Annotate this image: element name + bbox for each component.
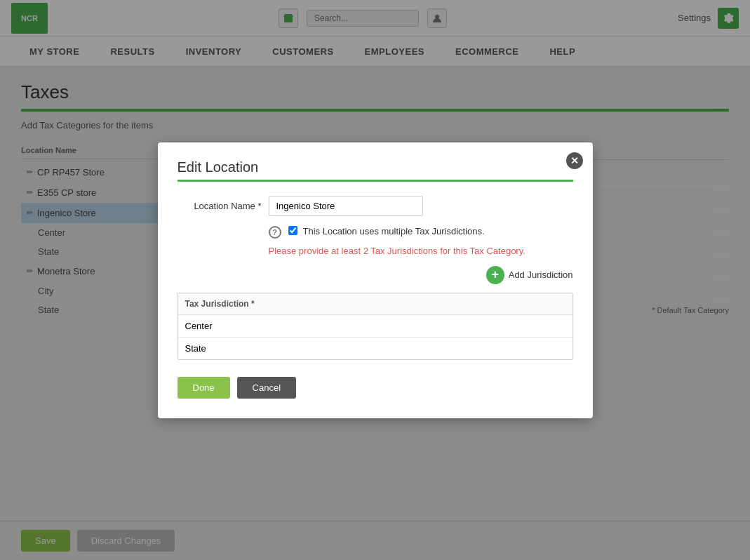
close-button[interactable]: ✕ (566, 152, 583, 169)
jurisdiction-header: Tax Jurisdiction * (178, 293, 572, 315)
edit-location-modal: ✕ Edit Location Location Name * ? This L… (158, 142, 593, 418)
jurisdiction-input-state[interactable] (178, 338, 572, 359)
info-text: Please provide at least 2 Tax Jurisdicti… (178, 246, 573, 256)
jurisdiction-input-center[interactable] (178, 315, 572, 338)
modal-footer: Done Cancel (178, 374, 573, 399)
location-name-label: Location Name * (178, 201, 262, 211)
add-circle-icon: + (486, 266, 504, 284)
add-jurisdiction-button[interactable]: + Add Jurisdiction (486, 266, 573, 284)
cancel-button[interactable]: Cancel (237, 377, 296, 399)
modal-title: Edit Location (178, 159, 573, 175)
location-name-row: Location Name * (178, 196, 573, 216)
jurisdiction-table: Tax Jurisdiction * (178, 293, 573, 360)
modal-overlay: ✕ Edit Location Location Name * ? This L… (0, 0, 750, 559)
add-jurisdiction-row: + Add Jurisdiction (178, 266, 573, 284)
help-icon: ? (269, 226, 281, 239)
add-jurisdiction-label: Add Jurisdiction (509, 269, 573, 280)
checkbox-row: ? This Location uses multiple Tax Jurisd… (178, 226, 573, 239)
location-name-input[interactable] (269, 196, 423, 216)
checkbox-label: This Location uses multiple Tax Jurisdic… (303, 226, 485, 236)
modal-divider (178, 180, 573, 182)
multiple-jurisdictions-checkbox[interactable] (288, 226, 297, 235)
done-button[interactable]: Done (178, 377, 230, 399)
